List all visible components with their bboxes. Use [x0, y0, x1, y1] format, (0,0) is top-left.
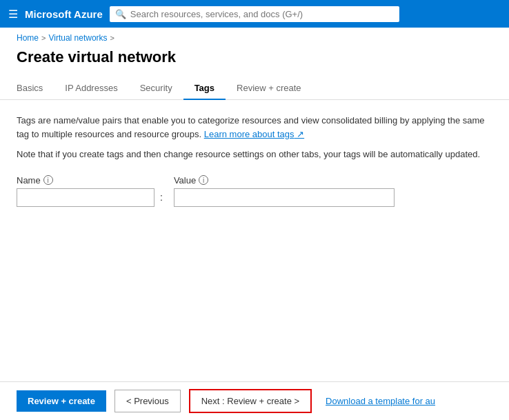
note-text: Note that if you create tags and then ch… — [17, 148, 492, 161]
breadcrumb-virtual-networks[interactable]: Virtual networks — [48, 33, 107, 43]
azure-logo: Microsoft Azure — [25, 8, 103, 20]
top-navigation: ☰ Microsoft Azure 🔍 — [0, 0, 509, 28]
page-title: Create virtual network — [0, 46, 509, 77]
description-text: Tags are name/value pairs that enable yo… — [17, 114, 492, 141]
tab-basics[interactable]: Basics — [17, 77, 54, 100]
main-content: Tags are name/value pairs that enable yo… — [0, 100, 509, 221]
search-input[interactable] — [130, 9, 394, 19]
learn-more-link[interactable]: Learn more about tags ↗ — [204, 129, 304, 139]
tab-security[interactable]: Security — [129, 77, 183, 100]
review-create-button[interactable]: Review + create — [17, 390, 106, 412]
value-info-icon[interactable]: i — [199, 175, 208, 185]
breadcrumb: Home > Virtual networks > — [0, 28, 509, 46]
name-info-icon[interactable]: i — [43, 175, 53, 185]
hamburger-icon[interactable]: ☰ — [8, 8, 18, 21]
tab-tags[interactable]: Tags — [183, 77, 226, 100]
colon-separator: : — [154, 175, 168, 203]
name-field-group: Name i — [17, 175, 154, 207]
breadcrumb-sep-1: > — [41, 34, 46, 42]
tab-bar: Basics IP Addresses Security Tags Review… — [0, 77, 509, 100]
name-label: Name i — [17, 175, 154, 186]
search-bar[interactable]: 🔍 — [110, 6, 399, 22]
footer: Review + create < Previous Next : Review… — [0, 381, 509, 420]
tab-review-create[interactable]: Review + create — [226, 77, 312, 100]
tab-ip-addresses[interactable]: IP Addresses — [54, 77, 128, 100]
breadcrumb-sep-2: > — [110, 34, 114, 42]
previous-button[interactable]: < Previous — [114, 390, 181, 412]
breadcrumb-home[interactable]: Home — [17, 33, 39, 43]
next-button[interactable]: Next : Review + create > — [189, 389, 312, 413]
value-field-group: Value i — [174, 175, 395, 207]
tag-form: Name i : Value i — [17, 175, 492, 207]
value-input[interactable] — [174, 188, 395, 207]
value-label: Value i — [174, 175, 395, 186]
name-input[interactable] — [17, 188, 154, 207]
download-template-link[interactable]: Download a template for au — [326, 396, 435, 406]
search-icon: 🔍 — [115, 9, 126, 19]
